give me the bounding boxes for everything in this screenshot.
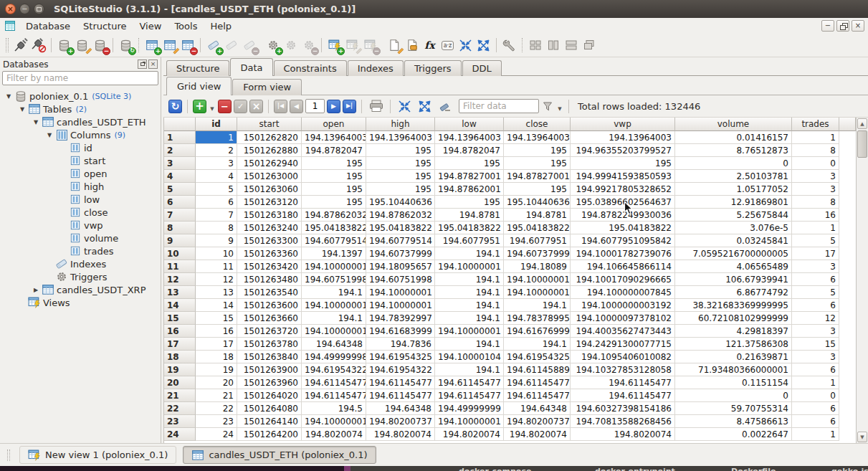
tab-grid-view[interactable]: Grid view	[166, 77, 232, 95]
rollback-button[interactable]	[249, 100, 263, 113]
cell[interactable]: 195.04183822	[571, 222, 675, 234]
cell[interactable]: 194.64348	[504, 402, 571, 415]
last-page-button[interactable]	[343, 100, 356, 113]
cell[interactable]: 1501262880	[237, 144, 302, 157]
cell[interactable]: 194.60779514	[366, 234, 435, 247]
cell[interactable]: 17	[196, 338, 237, 351]
cell[interactable]: 194.49999998	[302, 351, 366, 363]
cell[interactable]: 2	[196, 144, 237, 157]
cell[interactable]: 1501263540	[237, 286, 302, 299]
cell[interactable]: 195	[302, 170, 366, 183]
cell[interactable]: 194.1	[302, 312, 366, 325]
first-page-button[interactable]	[274, 100, 287, 113]
tree-collapse-arrow[interactable]: ▼	[16, 106, 28, 113]
cell[interactable]: 194.40035627473443	[571, 325, 675, 338]
cell[interactable]: 194.61145477	[366, 389, 435, 402]
cell[interactable]: 195.03896602564637	[571, 196, 675, 209]
edit-index-icon[interactable]	[222, 37, 240, 54]
cell[interactable]: 194.64348	[366, 402, 435, 415]
cell[interactable]: 195	[504, 144, 571, 157]
row-header[interactable]: 13	[164, 286, 196, 299]
clear-values-button[interactable]	[436, 97, 454, 115]
scroll-up-button[interactable]: ▲	[857, 118, 867, 129]
selected-cell[interactable]: 1	[196, 131, 237, 144]
cell[interactable]: 7.0595216700000005	[675, 247, 792, 260]
window-close-button[interactable]: ×	[5, 4, 16, 14]
cell[interactable]: 194.8020074	[302, 428, 366, 441]
cell[interactable]: 195	[366, 170, 435, 183]
cell[interactable]: 1501263180	[237, 209, 302, 222]
row-header[interactable]: 7	[164, 209, 196, 222]
cell[interactable]: 23	[196, 415, 237, 428]
cell[interactable]: 20	[196, 376, 237, 389]
tab-constraints[interactable]: Constraints	[274, 60, 347, 76]
cell[interactable]: 1	[792, 428, 839, 441]
row-header[interactable]: 16	[164, 325, 196, 338]
cell[interactable]: 194.10000104	[435, 351, 504, 363]
cell[interactable]: 194.61145477	[571, 376, 675, 389]
row-header[interactable]: 22	[164, 402, 196, 415]
cell[interactable]: 194.1	[435, 286, 504, 299]
cell[interactable]: 194.13964003	[571, 131, 675, 144]
cell[interactable]: 6	[792, 402, 839, 415]
collations-editor-icon[interactable]: a·z	[439, 37, 457, 54]
cell[interactable]: 194.7836	[366, 338, 435, 351]
tree-expand-arrow[interactable]: ▶	[30, 287, 42, 293]
cell[interactable]: 194.10000097378102	[571, 312, 675, 325]
cell[interactable]: 194.99217805328652	[571, 183, 675, 196]
cell[interactable]: 21	[196, 389, 237, 402]
tree-item-candles-usdt-xrp[interactable]: ▶candles_USDT_XRP	[0, 283, 161, 296]
cell[interactable]: 3	[792, 170, 839, 183]
delete-row-button[interactable]	[218, 100, 232, 113]
refresh-grid-button[interactable]	[168, 100, 182, 113]
cell[interactable]: 5	[196, 183, 237, 196]
cell[interactable]: 194.80200737	[504, 415, 571, 428]
cell[interactable]: 194.87862032	[366, 209, 435, 222]
cell[interactable]: 195.04183822	[504, 222, 571, 234]
cell[interactable]: 195.10440636	[366, 196, 435, 209]
row-header[interactable]: 4	[164, 170, 196, 183]
cell[interactable]: 0.01416157	[675, 131, 792, 144]
cell[interactable]: 194.10000001	[302, 260, 366, 273]
cell[interactable]: 195	[504, 157, 571, 170]
print-button[interactable]	[367, 97, 385, 115]
tree-item-poloniex-0-1[interactable]: ▼poloniex_0.1(SQLite 3)	[0, 90, 161, 103]
column-header-open[interactable]: open	[302, 118, 366, 131]
taskbar-window-candles-usdt-eth-poloniex-0-1[interactable]: candles_USDT_ETH (poloniex_0.1)	[183, 446, 376, 464]
cell[interactable]: 22	[196, 402, 237, 415]
cell[interactable]: 194.8782047	[302, 144, 366, 157]
export-icon[interactable]	[474, 37, 492, 54]
cell[interactable]: 0.03245841	[675, 234, 792, 247]
cell[interactable]: 194.78392997	[366, 312, 435, 325]
cell[interactable]: 195	[504, 183, 571, 196]
cell[interactable]: 1501263660	[237, 312, 302, 325]
cell[interactable]: 10	[196, 247, 237, 260]
vertical-scrollbar[interactable]: ▲ ▼	[856, 118, 868, 443]
new-trigger-icon[interactable]: +	[264, 37, 282, 54]
cell[interactable]: 1501263600	[237, 299, 302, 312]
cell[interactable]: 194.61145477	[571, 389, 675, 402]
drop-trigger-icon[interactable]: −	[300, 37, 318, 54]
row-header[interactable]: 15	[164, 312, 196, 325]
cell[interactable]: 194.5	[302, 402, 366, 415]
cell[interactable]: 194.6077951095842	[571, 234, 675, 247]
cell[interactable]: 195.10440636	[504, 196, 571, 209]
edit-view-icon[interactable]	[343, 37, 361, 54]
ddl-history-icon[interactable]	[403, 37, 421, 54]
row-header[interactable]: 18	[164, 351, 196, 363]
cell[interactable]: 194.6077951	[504, 234, 571, 247]
tree-item-low[interactable]: low	[0, 193, 161, 206]
cell[interactable]: 195.04183822	[302, 222, 366, 234]
fit-columns-button[interactable]	[396, 97, 414, 115]
cell[interactable]: 12.91869801	[675, 196, 792, 209]
cell[interactable]: 194.8020074	[504, 428, 571, 441]
import-icon[interactable]	[457, 37, 474, 54]
cell[interactable]: 1501264200	[237, 428, 302, 441]
cell[interactable]: 194.1	[435, 363, 504, 376]
cell[interactable]: 8	[792, 144, 839, 157]
cell[interactable]: 194.70813588268456	[571, 415, 675, 428]
edit-database-icon[interactable]	[73, 37, 91, 54]
cell[interactable]: 195	[571, 157, 675, 170]
cell[interactable]: 194.1397	[302, 247, 366, 260]
tree-item-indexes[interactable]: Indexes	[0, 257, 161, 270]
